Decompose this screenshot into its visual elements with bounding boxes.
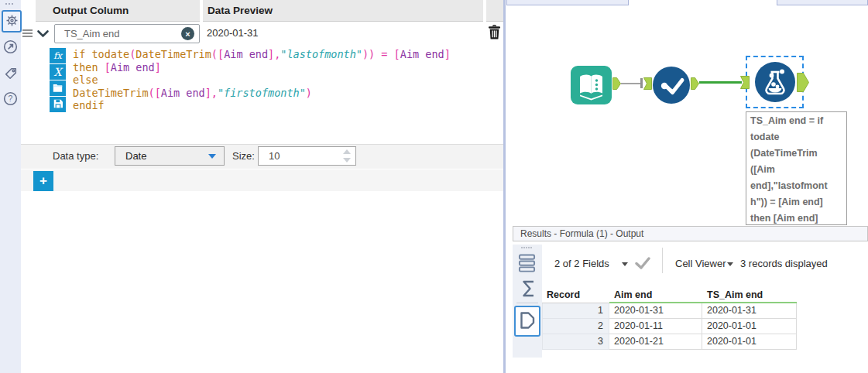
row-grip-icon[interactable] <box>22 29 33 31</box>
data-cell[interactable]: 2020-01-01 <box>702 334 797 350</box>
fx-icon: fx <box>53 50 62 61</box>
dropdown-caret-icon <box>208 154 216 159</box>
plus-icon: + <box>39 173 47 189</box>
profile-view-button[interactable] <box>520 279 537 301</box>
record-number-cell[interactable]: 2 <box>542 319 609 334</box>
clear-field-button[interactable]: × <box>181 27 194 40</box>
data-cell[interactable]: 2020-01-01 <box>702 319 797 334</box>
strip-drag-handle-icon[interactable] <box>521 247 523 248</box>
floppy-disk-icon <box>53 99 63 111</box>
tooltip-line: ([Aim <box>750 162 842 178</box>
data-cell[interactable]: 2020-01-31 <box>609 303 702 319</box>
input-data-tool-icon <box>571 95 612 107</box>
checkmark-icon <box>635 260 650 272</box>
fields-caret-icon[interactable] <box>622 262 628 266</box>
output-column-name-input[interactable] <box>54 24 200 43</box>
size-input[interactable]: 10 <box>258 146 356 166</box>
canvas-tab-stub-left[interactable] <box>506 0 629 5</box>
data-cell[interactable]: 2020-01-11 <box>609 319 702 334</box>
saved-expressions-button[interactable] <box>50 80 66 96</box>
table-row[interactable]: 12020-01-312020-01-31 <box>542 303 797 319</box>
variable-x-icon: X <box>54 66 62 78</box>
output-anchor-icon[interactable] <box>797 73 809 94</box>
spinner-up-icon[interactable] <box>343 149 351 154</box>
results-table-header: RecordAim endTS_Aim end <box>542 289 797 303</box>
tooltip-line: TS_Aim end = if <box>750 113 842 129</box>
tooltip-line: then [Aim end] <box>750 210 842 225</box>
folder-icon <box>53 83 63 94</box>
insert-variable-button[interactable]: X <box>50 64 66 80</box>
data-view-button[interactable] <box>514 306 540 337</box>
record-number-cell[interactable]: 3 <box>542 334 609 350</box>
output-anchor-icon[interactable] <box>612 77 621 92</box>
connection-wire-gray[interactable] <box>621 83 641 84</box>
strip-divider <box>516 303 538 303</box>
formula-line: then [Aim end] <box>73 61 451 74</box>
formula-tool-icon <box>755 93 795 104</box>
table-row[interactable]: 22020-01-112020-01-01 <box>542 319 797 334</box>
cell-viewer-dropdown[interactable]: Cell Viewer <box>675 254 726 274</box>
canvas-tab-stub-right[interactable] <box>777 0 868 5</box>
wire-end-tick <box>640 78 643 88</box>
configuration-tab-button[interactable] <box>2 10 22 33</box>
help-tab-button[interactable]: ? <box>2 91 19 109</box>
annotation-tab-button[interactable] <box>2 65 19 84</box>
cell-viewer-caret-icon[interactable] <box>727 262 733 266</box>
save-expression-button[interactable] <box>50 97 66 112</box>
input-anchor-icon[interactable] <box>740 76 750 91</box>
tooltip-line: todate <box>750 129 842 145</box>
data-type-dropdown[interactable]: Date <box>115 146 225 166</box>
formula-expression-editor[interactable]: if todate(DateTimeTrim([Aim end],"lastof… <box>73 48 451 112</box>
rail-drag-handle-icon[interactable] <box>5 3 7 5</box>
clear-icon: × <box>185 29 190 39</box>
size-label: Size: <box>232 144 255 169</box>
table-row[interactable]: 32020-01-212020-01-01 <box>542 334 797 350</box>
check-tool[interactable] <box>653 67 690 106</box>
tag-icon <box>4 67 18 83</box>
formula-line: if todate(DateTimeTrim([Aim end],"lastof… <box>73 48 451 61</box>
data-cell[interactable]: 2020-01-21 <box>609 334 702 350</box>
layout-view-button[interactable] <box>518 253 536 276</box>
input-anchor-icon[interactable] <box>643 77 652 92</box>
data-type-label: Data type: <box>53 144 98 169</box>
panel-separator[interactable] <box>503 0 506 373</box>
help-icon: ? <box>3 91 18 108</box>
delete-expression-button[interactable] <box>488 24 501 43</box>
output-anchor-icon[interactable] <box>691 77 699 92</box>
gear-icon <box>5 14 19 29</box>
data-cell[interactable]: 2020-01-31 <box>702 303 797 319</box>
input-data-tool[interactable] <box>571 66 612 107</box>
circle-arrow-icon <box>3 39 18 56</box>
chevron-down-icon <box>36 30 50 42</box>
size-value: 10 <box>269 150 280 162</box>
column-header[interactable]: TS_Aim end <box>702 289 797 303</box>
output-column-header: Output Column <box>36 0 200 22</box>
column-header[interactable]: Aim end <box>609 289 702 303</box>
sigma-icon <box>520 289 537 301</box>
data-type-value: Date <box>125 150 146 162</box>
data-view-icon <box>518 310 537 334</box>
svg-text:?: ? <box>9 94 13 103</box>
connection-wire-green[interactable] <box>699 81 742 84</box>
insert-function-button[interactable]: fx <box>50 48 66 63</box>
add-expression-button[interactable]: + <box>33 171 53 191</box>
apply-button[interactable] <box>635 256 650 272</box>
formula-line: endif <box>73 99 451 112</box>
data-preview-header: Data Preview <box>203 0 483 22</box>
results-title-bar[interactable]: Results - Formula (1) - Output <box>513 226 868 241</box>
check-tool-icon <box>653 94 690 106</box>
formula-line: DateTimeTrim([Aim end],"firstofmonth") <box>73 87 451 100</box>
formula-tool[interactable] <box>755 62 795 104</box>
results-table[interactable]: RecordAim endTS_Aim end12020-01-312020-0… <box>542 289 797 350</box>
spinner-down-icon[interactable] <box>343 158 351 163</box>
toolbar-divider <box>662 248 663 273</box>
expand-row-button[interactable] <box>36 29 50 42</box>
record-number-cell[interactable]: 1 <box>542 303 609 319</box>
column-header[interactable]: Record <box>542 289 609 303</box>
alteryx-designer-window: ? Output Column Data Preview × 2020-01-3… <box>0 0 868 373</box>
formula-editor-toolbar: fx X <box>50 48 66 113</box>
fields-summary-dropdown[interactable]: 2 of 2 Fields <box>554 254 609 274</box>
navigation-tab-button[interactable] <box>2 39 19 57</box>
config-left-rail: ? <box>0 0 21 373</box>
formula-line: else <box>73 74 451 87</box>
